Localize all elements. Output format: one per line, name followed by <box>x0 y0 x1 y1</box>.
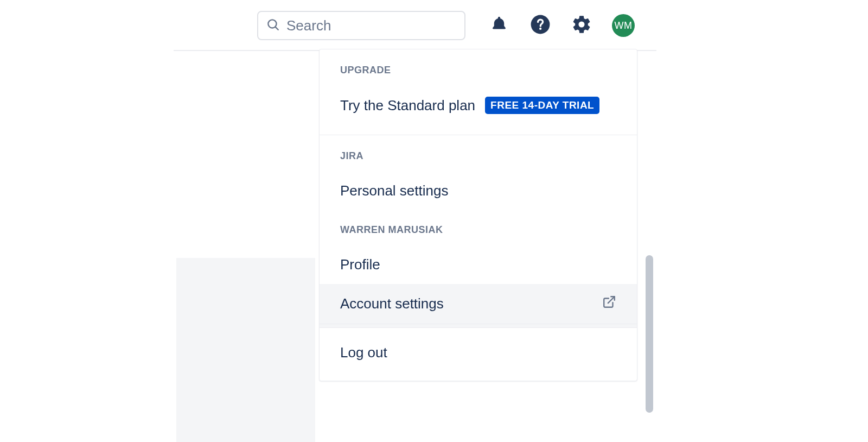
menu-item-try-standard-plan[interactable]: Try the Standard plan FREE 14-DAY TRIAL <box>320 86 637 125</box>
dropdown-heading-user: WARREN MARUSIAK <box>320 224 637 245</box>
question-circle-icon <box>530 14 551 37</box>
settings-button[interactable] <box>571 15 592 36</box>
menu-item-label: Profile <box>340 256 380 273</box>
dropdown-section-user: WARREN MARUSIAK Profile Account settings <box>320 220 637 324</box>
top-bar: WM <box>0 0 868 51</box>
scrollbar-thumb[interactable] <box>646 255 653 413</box>
menu-item-label: Log out <box>340 344 387 361</box>
menu-item-log-out[interactable]: Log out <box>320 333 637 372</box>
dropdown-heading-upgrade: UPGRADE <box>320 65 637 86</box>
search-input[interactable] <box>286 17 457 34</box>
dropdown-section-upgrade: UPGRADE Try the Standard plan FREE 14-DA… <box>320 49 637 135</box>
help-button[interactable] <box>529 15 551 36</box>
bell-icon <box>490 15 508 36</box>
svg-line-1 <box>276 27 278 30</box>
content-placeholder-panel <box>176 258 315 442</box>
top-bar-right: WM <box>257 11 846 40</box>
dropdown-heading-jira: JIRA <box>320 150 637 172</box>
menu-item-label: Try the Standard plan <box>340 97 475 114</box>
menu-item-personal-settings[interactable]: Personal settings <box>320 172 637 210</box>
trial-badge: FREE 14-DAY TRIAL <box>485 97 599 114</box>
profile-dropdown: UPGRADE Try the Standard plan FREE 14-DA… <box>319 49 637 381</box>
svg-line-4 <box>608 296 615 303</box>
dropdown-gap <box>320 324 637 328</box>
avatar[interactable]: WM <box>612 14 635 37</box>
svg-point-3 <box>539 28 541 30</box>
search-icon <box>266 17 280 34</box>
gear-icon <box>571 14 592 37</box>
dropdown-section-jira: JIRA Personal settings <box>320 135 637 220</box>
search-box[interactable] <box>257 11 465 40</box>
menu-item-profile[interactable]: Profile <box>320 245 637 284</box>
menu-item-label: Account settings <box>340 295 444 312</box>
menu-item-label: Personal settings <box>340 182 448 199</box>
dropdown-section-logout: Log out <box>320 328 637 381</box>
menu-item-account-settings[interactable]: Account settings <box>320 284 637 324</box>
notifications-button[interactable] <box>488 15 510 36</box>
external-link-icon <box>602 295 616 313</box>
avatar-initials: WM <box>615 20 633 31</box>
